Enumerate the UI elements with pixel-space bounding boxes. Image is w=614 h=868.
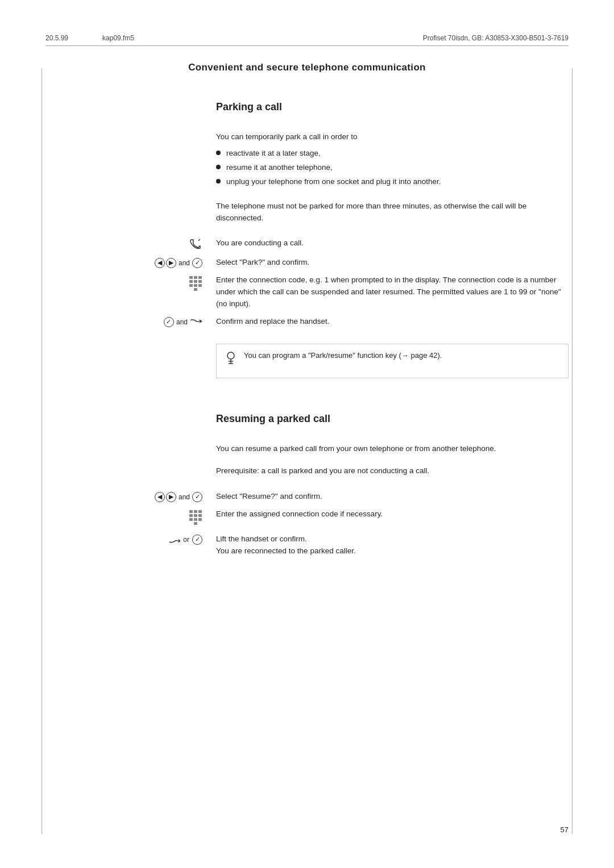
resuming-heading-left — [45, 406, 216, 407]
svg-rect-25 — [198, 518, 202, 521]
bullet-1: reactivate it at a later stage, — [216, 148, 569, 160]
parking-info-box: You can program a "Park/resume" function… — [216, 344, 569, 378]
confirm-icon-2: ✓ — [164, 317, 174, 327]
bullet-dot-2 — [216, 165, 221, 169]
resuming-or-text: or — [183, 536, 189, 544]
parking-warning-left — [45, 201, 216, 202]
resuming-intro2-left — [45, 465, 216, 466]
fkey-icon-svg — [225, 351, 237, 367]
svg-rect-21 — [194, 514, 197, 517]
resuming-nav-confirm-symbol: ◀ ▶ and ✓ — [155, 492, 202, 502]
svg-rect-10 — [194, 288, 197, 291]
svg-rect-8 — [194, 284, 197, 287]
parking-section-heading: Parking a call — [216, 99, 569, 115]
bullet-text-3: unplug your telephone from one socket an… — [226, 176, 441, 188]
header-date: 20.5.99 — [45, 34, 68, 42]
resuming-step3-row: or ✓ Lift the handset or confirm. You ar… — [45, 533, 569, 557]
resuming-heading-row: Resuming a parked call — [45, 406, 569, 437]
resuming-step3-text-line2: You are reconnected to the parked caller… — [216, 545, 569, 557]
resuming-or-confirm-icon: ✓ — [192, 535, 202, 545]
parking-warning-text: The telephone must not be parked for mor… — [216, 202, 526, 222]
bullet-text-1: reactivate it at a later stage, — [226, 148, 321, 160]
resuming-intro2-text: Prerequisite: a call is parked and you a… — [216, 465, 569, 477]
svg-rect-5 — [194, 280, 197, 283]
parking-step1-row: You are conducting a call. — [45, 237, 569, 251]
resuming-step2-row: Enter the assigned connection code if ne… — [45, 508, 569, 528]
lift-handset-icon — [169, 535, 180, 544]
parking-step2-text: Select "Park?" and confirm. — [216, 257, 569, 269]
resuming-step1-text: Select "Resume?" and confirm. — [216, 491, 569, 503]
parking-heading-left — [45, 94, 216, 95]
parking-step4-row: ✓ and Confirm and replace the handset. — [45, 316, 569, 328]
bullet-text-2: resume it at another telephone, — [226, 162, 333, 174]
and-text-2: and — [176, 318, 188, 326]
parking-step4-left: ✓ and — [45, 316, 216, 327]
resuming-right-arrow-icon: ▶ — [166, 492, 176, 502]
header-filename: kap09.fm5 — [102, 34, 134, 42]
page-title: Convenient and secure telephone communic… — [45, 62, 569, 73]
svg-rect-7 — [189, 284, 193, 287]
resuming-keypad-icon-svg — [189, 510, 202, 525]
right-rule — [572, 68, 572, 834]
phone-handset-icon — [190, 239, 202, 251]
parking-step2-left: ◀ ▶ and ✓ — [45, 257, 216, 268]
svg-rect-4 — [189, 280, 193, 283]
bullet-dot-1 — [216, 151, 221, 155]
svg-point-13 — [227, 352, 234, 359]
svg-rect-3 — [198, 276, 202, 279]
parking-step1-left — [45, 237, 216, 251]
parking-step4-text: Confirm and replace the handset. — [216, 316, 569, 328]
resuming-heading: Resuming a parked call — [216, 406, 569, 437]
svg-rect-18 — [194, 510, 197, 513]
info-box-left — [45, 341, 216, 343]
page-footer: 57 — [45, 825, 569, 834]
svg-rect-6 — [198, 280, 202, 283]
resuming-left-arrow-icon: ◀ — [155, 492, 165, 502]
parking-bullets: reactivate it at a later stage, resume i… — [216, 148, 569, 188]
page-number: 57 — [561, 825, 569, 834]
header-left: 20.5.99 kap09.fm5 — [45, 34, 134, 42]
resuming-intro2-row: Prerequisite: a call is parked and you a… — [45, 465, 569, 477]
function-key-icon — [225, 351, 237, 372]
handset-replace-icon — [190, 318, 202, 326]
svg-rect-1 — [189, 276, 193, 279]
confirm-handset-symbol: ✓ and — [164, 317, 202, 327]
parking-warning: The telephone must not be parked for mor… — [216, 201, 569, 224]
svg-line-0 — [198, 239, 200, 241]
confirm-icon: ✓ — [192, 258, 202, 268]
parking-heading-row: Parking a call — [45, 94, 569, 126]
parking-heading: Parking a call — [216, 94, 569, 126]
resuming-section-heading: Resuming a parked call — [216, 411, 569, 427]
content-area: Parking a call You can temporarily park … — [45, 94, 569, 562]
bullet-2: resume it at another telephone, — [216, 162, 569, 174]
resuming-step2-text: Enter the assigned connection code if ne… — [216, 508, 569, 520]
bullet-dot-3 — [216, 179, 221, 183]
and-text-1: and — [179, 259, 190, 267]
parking-intro-text: You can temporarily park a call in order… — [216, 132, 358, 141]
parking-step3-row: Enter the connection code, e.g. 1 when p… — [45, 274, 569, 310]
parking-step1-text: You are conducting a call. — [216, 237, 569, 249]
svg-rect-23 — [189, 518, 193, 521]
svg-rect-26 — [194, 522, 197, 525]
right-arrow-icon: ▶ — [166, 258, 176, 268]
resuming-intro1-row: You can resume a parked call from your o… — [45, 443, 569, 455]
resuming-step3-left: or ✓ — [45, 533, 216, 545]
resuming-step3-text-line1: Lift the handset or confirm. — [216, 533, 569, 545]
header-product: Profiset 70isdn, GB: A30853-X300-B501-3-… — [423, 34, 569, 42]
left-rule — [42, 68, 42, 834]
bullet-3: unplug your telephone from one socket an… — [216, 176, 569, 188]
resuming-intro1-left — [45, 443, 216, 444]
keypad-symbol — [189, 276, 202, 294]
lift-or-confirm-symbol: or ✓ — [169, 535, 202, 545]
parking-intro-left — [45, 131, 216, 132]
svg-rect-19 — [198, 510, 202, 513]
resuming-step1-left: ◀ ▶ and ✓ — [45, 491, 216, 502]
left-arrow-icon: ◀ — [155, 258, 165, 268]
resuming-step2-left — [45, 508, 216, 528]
info-box-text: You can program a "Park/resume" function… — [244, 350, 442, 361]
parking-step3-text: Enter the connection code, e.g. 1 when p… — [216, 274, 569, 310]
svg-rect-22 — [198, 514, 202, 517]
svg-rect-2 — [194, 276, 197, 279]
page: 20.5.99 kap09.fm5 Profiset 70isdn, GB: A… — [0, 0, 614, 868]
resuming-step1-row: ◀ ▶ and ✓ Select "Resume?" and confirm. — [45, 491, 569, 503]
